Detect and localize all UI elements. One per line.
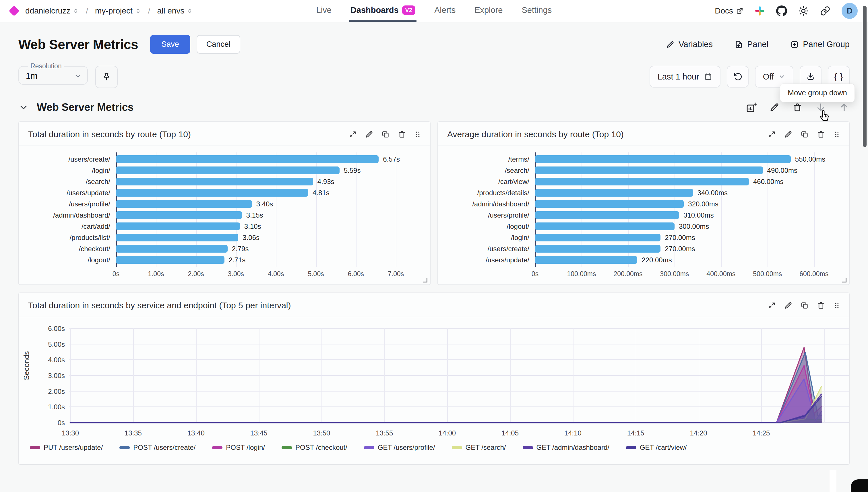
add-panel-group-button[interactable]: Panel Group <box>790 40 850 49</box>
resolution-select[interactable]: Resolution 1m <box>18 62 88 85</box>
move-group-up-button[interactable] <box>839 102 850 113</box>
bar[interactable] <box>116 222 240 230</box>
bar[interactable] <box>116 155 379 163</box>
x-axis-tick: 400.00ms <box>706 270 736 278</box>
drag-panel-handle[interactable] <box>833 130 840 139</box>
bar[interactable] <box>535 178 749 186</box>
refresh-button[interactable] <box>727 66 749 88</box>
legend-item[interactable]: PUT /users/update/ <box>30 443 103 451</box>
edit-panel-button[interactable] <box>365 130 373 139</box>
legend-label: GET /admin/dashboard/ <box>537 443 610 451</box>
breadcrumb-project[interactable]: my-project <box>95 6 141 16</box>
delete-panel-button[interactable] <box>817 301 825 310</box>
bar-row: /cart/add/3.10s <box>28 221 419 232</box>
variables-button[interactable]: Variables <box>666 40 713 49</box>
area-series <box>70 348 821 423</box>
tab-live[interactable]: Live <box>315 0 333 22</box>
slack-icon[interactable] <box>754 5 765 16</box>
bar[interactable] <box>116 211 242 219</box>
legend-item[interactable]: POST /users/create/ <box>119 443 196 451</box>
breadcrumb-env[interactable]: all envs <box>157 6 193 16</box>
bar[interactable] <box>535 155 791 163</box>
bar[interactable] <box>535 167 763 174</box>
x-axis-tick: 4.00s <box>268 270 284 278</box>
bar-value-label: 3.40s <box>256 200 273 208</box>
drag-panel-handle[interactable] <box>414 130 421 139</box>
time-range-button[interactable]: Last 1 hour <box>650 66 720 88</box>
legend-item[interactable]: GET /search/ <box>452 443 506 451</box>
line-series <box>70 379 821 423</box>
delete-panel-button[interactable] <box>817 130 825 139</box>
bar[interactable] <box>535 211 679 219</box>
github-icon[interactable] <box>776 5 787 16</box>
edit-panel-button[interactable] <box>784 301 793 310</box>
legend-swatch <box>523 446 533 449</box>
panel-group-title: Web Server Metrics <box>37 101 133 114</box>
plot-area[interactable] <box>70 328 849 423</box>
bar[interactable] <box>535 233 661 241</box>
bar[interactable] <box>535 189 693 197</box>
delete-panel-button[interactable] <box>398 130 406 139</box>
trash-icon <box>817 130 825 139</box>
bar-value-label: 6.57s <box>383 155 400 163</box>
floating-action-corner[interactable] <box>851 479 868 492</box>
line-series <box>70 352 821 423</box>
x-axis-tick: 13:40 <box>188 429 205 437</box>
page-scrollbar-thumb[interactable] <box>863 6 867 147</box>
app-logo[interactable] <box>9 6 20 16</box>
drag-panel-handle[interactable] <box>833 301 840 310</box>
delete-group-button[interactable] <box>792 102 802 113</box>
bar[interactable] <box>116 189 308 197</box>
legend-item[interactable]: GET /users/profile/ <box>364 443 435 451</box>
panel-actions <box>768 301 840 310</box>
docs-link[interactable]: Docs <box>715 6 743 16</box>
tab-dashboards[interactable]: Dashboards V2 <box>349 0 417 22</box>
add-panel-button[interactable]: Panel <box>735 40 768 49</box>
bar[interactable] <box>535 245 661 253</box>
expand-panel-button[interactable] <box>768 301 776 310</box>
bar[interactable] <box>116 233 238 241</box>
bar[interactable] <box>116 178 313 186</box>
panel-resize-handle[interactable] <box>423 278 427 282</box>
legend-item[interactable]: GET /admin/dashboard/ <box>523 443 610 451</box>
bar[interactable] <box>535 256 637 264</box>
area-series <box>70 365 821 423</box>
duplicate-panel-button[interactable] <box>800 301 809 310</box>
legend-item[interactable]: POST /login/ <box>212 443 265 451</box>
expand-panel-button[interactable] <box>768 130 776 139</box>
bar[interactable] <box>535 222 674 230</box>
legend-item[interactable]: POST /checkout/ <box>281 443 347 451</box>
bar[interactable] <box>116 245 228 253</box>
theme-sun-icon[interactable] <box>798 5 809 16</box>
edit-group-button[interactable] <box>769 102 779 113</box>
bar-category-label: /products/details/ <box>447 189 535 197</box>
collapse-group-button[interactable] <box>18 102 29 113</box>
bar-value-label: 550.00ms <box>795 155 825 163</box>
bar[interactable] <box>116 167 340 174</box>
calendar-icon <box>704 72 713 81</box>
bar-row: /users/update/220.00ms <box>447 254 838 266</box>
user-avatar[interactable]: D <box>842 3 858 19</box>
add-chart-button[interactable] <box>746 102 757 113</box>
bar-category-label: /logout/ <box>28 256 116 264</box>
duplicate-panel-button[interactable] <box>800 130 809 139</box>
save-button[interactable]: Save <box>150 35 190 54</box>
bar[interactable] <box>116 200 252 208</box>
copy-icon <box>800 301 809 310</box>
controls-row: Resolution 1m Last 1 hour Off <box>18 62 850 88</box>
breadcrumb-org[interactable]: ddanielcruzz <box>25 6 79 16</box>
share-link-icon[interactable] <box>820 5 831 16</box>
pin-button[interactable] <box>95 66 118 88</box>
edit-panel-button[interactable] <box>784 130 793 139</box>
expand-panel-button[interactable] <box>348 130 357 139</box>
panel-resize-handle[interactable] <box>842 278 846 282</box>
cancel-button[interactable]: Cancel <box>197 35 240 54</box>
tab-alerts[interactable]: Alerts <box>433 0 457 22</box>
tab-explore[interactable]: Explore <box>473 0 504 22</box>
tab-settings[interactable]: Settings <box>520 0 553 22</box>
duplicate-panel-button[interactable] <box>381 130 390 139</box>
bar[interactable] <box>116 256 224 264</box>
legend-item[interactable]: GET /cart/view/ <box>626 443 687 451</box>
move-group-down-button[interactable] <box>815 102 826 113</box>
bar[interactable] <box>535 200 684 208</box>
